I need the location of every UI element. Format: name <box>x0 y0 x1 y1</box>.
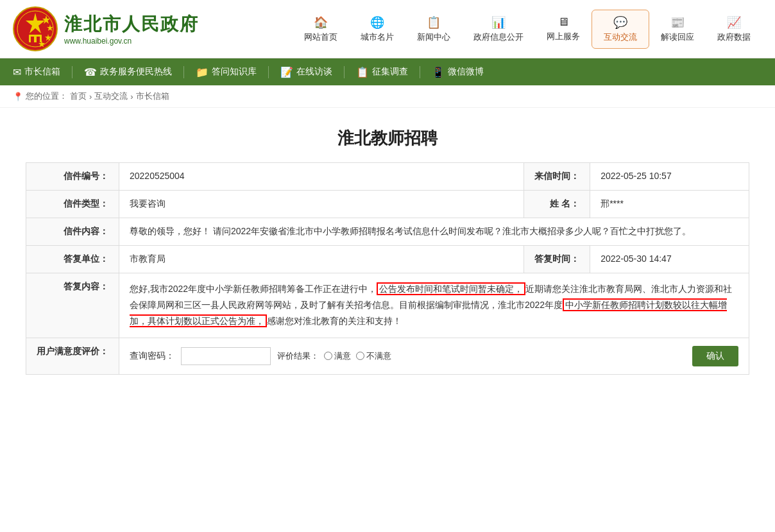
nav-label-interpret: 解读回应 <box>661 31 694 43</box>
nav-item-service[interactable]: 🖥 网上服务 <box>535 10 592 47</box>
greenbar-item-survey[interactable]: 📋 征集调查 <box>345 66 420 78</box>
reply-highlight1: 公告发布时间和笔试时间暂未确定， <box>377 282 525 295</box>
nav-label-city: 城市名片 <box>361 31 394 43</box>
eval-result-group: 评价结果： 满意 不满意 <box>277 350 391 362</box>
eval-satisfied[interactable]: 满意 <box>324 350 351 362</box>
breadcrumb: 📍 您的位置： 首页 › 互动交流 › 市长信箱 <box>0 85 775 108</box>
content-area: 信件编号： 20220525004 来信时间： 2022-05-25 10:57… <box>0 162 775 407</box>
letter-no-label: 信件编号： <box>26 163 119 191</box>
nav-label-service: 网上服务 <box>547 31 580 42</box>
service-icon: 🖥 <box>558 15 569 29</box>
page-title: 淮北教师招聘 <box>13 127 762 150</box>
reply-part1: 您好,我市2022年度中小学新任教师招聘筹备工作正在进行中， <box>130 284 377 294</box>
reply-time-label: 答复时间： <box>524 246 590 273</box>
mailbox-icon: ✉ <box>13 66 21 78</box>
news-icon: 📋 <box>427 15 441 30</box>
letter-no-value: 20220525004 <box>119 163 524 191</box>
table-row-content: 信件内容： 尊敬的领导，您好！ 请问2022年安徽省淮北市中小学教师招聘报名考试… <box>26 218 749 246</box>
eval-unsatisfied-radio[interactable] <box>356 352 364 360</box>
received-time-value: 2022-05-25 10:57 <box>590 163 749 191</box>
reply-content-label: 答复内容： <box>26 273 119 338</box>
interpret-icon: 📰 <box>670 15 685 30</box>
reply-part3: 感谢您对淮北教育的关注和支持！ <box>267 316 402 326</box>
breadcrumb-sep1: › <box>89 92 92 101</box>
city-icon: 🌐 <box>370 15 384 30</box>
greenbar-item-mailbox[interactable]: ✉ 市长信箱 <box>13 66 72 78</box>
greenbar-item-interview[interactable]: 📝 在线访谈 <box>269 66 345 78</box>
reply-unit-label: 答复单位： <box>26 246 119 273</box>
greenbar-item-qa[interactable]: 📁 答问知识库 <box>184 66 269 78</box>
nav-item-home[interactable]: 🏠 网站首页 <box>293 10 349 48</box>
nav-item-news[interactable]: 📋 新闻中心 <box>405 10 462 48</box>
page-title-area: 淮北教师招聘 <box>0 108 775 162</box>
eval-unsatisfied-label: 不满意 <box>366 350 391 362</box>
breadcrumb-interact[interactable]: 互动交流 <box>94 90 128 102</box>
nav-label-govdata: 政府数据 <box>717 31 751 43</box>
table-row-letter-no: 信件编号： 20220525004 来信时间： 2022-05-25 10:57 <box>26 163 749 191</box>
nav-label-news: 新闻中心 <box>417 31 450 43</box>
greenbar-label-qa: 答问知识库 <box>212 66 257 78</box>
letter-type-label: 信件类型： <box>26 191 119 218</box>
logo-area: 淮北市人民政府 www.huaibei.gov.cn <box>13 6 199 51</box>
nav-item-interact[interactable]: 💬 互动交流 <box>592 10 649 49</box>
nav-label-home: 网站首页 <box>304 31 337 43</box>
svg-rect-8 <box>31 37 34 42</box>
logo-title: 淮北市人民政府 <box>64 12 199 37</box>
detail-table: 信件编号： 20220525004 来信时间： 2022-05-25 10:57… <box>26 162 749 375</box>
letter-type-value: 我要咨询 <box>119 191 524 218</box>
header: 淮北市人民政府 www.huaibei.gov.cn 🏠 网站首页 🌐 城市名片… <box>0 0 775 58</box>
eval-label: 评价结果： <box>277 350 319 362</box>
interview-icon: 📝 <box>280 66 293 78</box>
reply-time-value: 2022-05-30 14:47 <box>590 246 749 273</box>
greenbar-label-hotline: 政务服务便民热线 <box>100 66 172 78</box>
logo-url: www.huaibei.gov.cn <box>64 37 199 46</box>
info-icon: 📊 <box>491 15 506 30</box>
logo-text: 淮北市人民政府 www.huaibei.gov.cn <box>64 12 199 46</box>
nav-item-info[interactable]: 📊 政府信息公开 <box>462 10 535 48</box>
greenbar-label-interview: 在线访谈 <box>296 66 332 78</box>
nav-label-info: 政府信息公开 <box>473 31 524 43</box>
nav-item-interpret[interactable]: 📰 解读回应 <box>649 10 706 48</box>
nav-item-govdata[interactable]: 📈 政府数据 <box>706 10 762 48</box>
table-row-reply-unit: 答复单位： 市教育局 答复时间： 2022-05-30 14:47 <box>26 246 749 273</box>
received-time-label: 来信时间： <box>524 163 590 191</box>
breadcrumb-current: 市长信箱 <box>136 90 169 102</box>
breadcrumb-home[interactable]: 首页 <box>70 90 87 102</box>
nav-label-interact: 互动交流 <box>604 31 637 43</box>
main-nav: 🏠 网站首页 🌐 城市名片 📋 新闻中心 📊 政府信息公开 🖥 网上服务 💬 互… <box>293 10 762 49</box>
nav-item-city[interactable]: 🌐 城市名片 <box>349 10 405 48</box>
satisfaction-label: 用户满意度评价： <box>26 338 119 374</box>
reply-content-value: 您好,我市2022年度中小学新任教师招聘筹备工作正在进行中，公告发布时间和笔试时… <box>119 273 749 338</box>
content-value: 尊敬的领导，您好！ 请问2022年安徽省淮北市中小学教师招聘报名考试信息什么时间… <box>119 218 749 246</box>
hotline-icon: ☎ <box>84 66 97 78</box>
interact-icon: 💬 <box>613 15 627 30</box>
greenbar-label-mailbox: 市长信箱 <box>24 66 60 78</box>
breadcrumb-prefix: 您的位置： <box>26 90 67 102</box>
greenbar-item-social[interactable]: 📱 微信微博 <box>420 66 495 78</box>
name-label: 姓 名： <box>524 191 590 218</box>
reply-content-text: 您好,我市2022年度中小学新任教师招聘筹备工作正在进行中，公告发布时间和笔试时… <box>130 281 738 330</box>
greenbar-label-social: 微信微博 <box>448 66 484 78</box>
svg-rect-9 <box>37 37 40 42</box>
name-value: 邢**** <box>590 191 749 218</box>
greenbar-item-hotline[interactable]: ☎ 政务服务便民热线 <box>72 66 184 78</box>
breadcrumb-location-icon: 📍 <box>13 92 23 101</box>
greenbar-label-survey: 征集调查 <box>372 66 408 78</box>
logo-emblem <box>13 6 58 51</box>
query-code-input[interactable] <box>181 347 271 365</box>
satisfaction-value: 查询密码： 评价结果： 满意 不满意 确认 <box>119 338 749 374</box>
green-bar: ✉ 市长信箱 ☎ 政务服务便民热线 📁 答问知识库 📝 在线访谈 📋 征集调查 … <box>0 58 775 85</box>
home-icon: 🏠 <box>314 15 328 30</box>
table-row-satisfaction: 用户满意度评价： 查询密码： 评价结果： 满意 不满意 <box>26 338 749 374</box>
breadcrumb-sep2: › <box>130 92 133 101</box>
eval-unsatisfied[interactable]: 不满意 <box>356 350 391 362</box>
eval-satisfied-label: 满意 <box>334 350 351 362</box>
confirm-button[interactable]: 确认 <box>692 346 738 366</box>
reply-unit-value: 市教育局 <box>119 246 524 273</box>
table-row-type: 信件类型： 我要咨询 姓 名： 邢**** <box>26 191 749 218</box>
eval-satisfied-radio[interactable] <box>324 352 332 360</box>
social-icon: 📱 <box>432 66 445 78</box>
satisfaction-row: 查询密码： 评价结果： 满意 不满意 确认 <box>130 346 738 366</box>
content-label: 信件内容： <box>26 218 119 246</box>
table-row-reply-content: 答复内容： 您好,我市2022年度中小学新任教师招聘筹备工作正在进行中，公告发布… <box>26 273 749 338</box>
